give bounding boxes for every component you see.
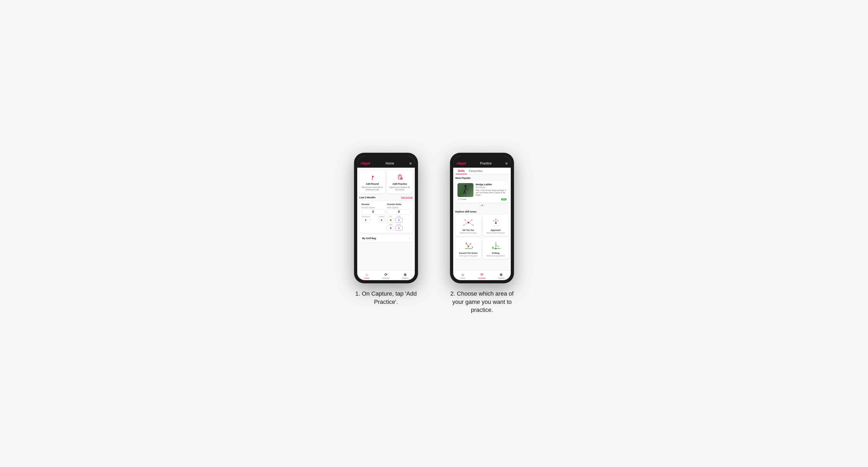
dot-1 xyxy=(479,205,480,206)
svg-line-11 xyxy=(464,191,465,194)
skill-putting[interactable]: Putting Make and lag practice xyxy=(483,238,509,259)
nav-capture-label-1: Capture xyxy=(402,277,409,279)
tabs-bar: Drills Favourites xyxy=(453,168,511,175)
dot-3 xyxy=(484,205,485,206)
star-icon[interactable]: ☆ xyxy=(505,183,507,186)
svg-line-34 xyxy=(468,244,470,247)
putt-value: 4 xyxy=(395,226,403,230)
clock-icon: 🕐 xyxy=(458,198,460,200)
bottom-nav-2: ⌂ Home ⟳ Activities ⊕ Capture xyxy=(453,271,511,280)
golf-bag-label: My Golf Bag xyxy=(362,237,376,240)
menu-icon-1[interactable]: ≡ xyxy=(409,161,412,165)
add-practice-title: Add Practice xyxy=(393,183,407,185)
svg-point-9 xyxy=(465,185,467,187)
header-title-1: Home xyxy=(385,161,394,165)
featured-section: Most Popular ☆ xyxy=(453,175,511,210)
featured-image xyxy=(458,183,473,197)
nav-activities-2[interactable]: ⟳ Activities xyxy=(472,272,492,279)
drills-sub-stats: OTT 0 APP 4 xyxy=(388,216,411,223)
putting-icon xyxy=(489,240,502,251)
off-the-tee-desc: Power and accuracy xyxy=(460,232,477,234)
featured-desc: Play 1 shot at each target yardage. If y… xyxy=(475,189,506,196)
putting-desc: Make and lag practice xyxy=(487,255,505,257)
dot-2 xyxy=(482,205,483,206)
svg-line-12 xyxy=(465,191,466,194)
arg-col: ARG 0 xyxy=(388,224,395,230)
app-header-2: clippd Practice ≡ xyxy=(453,160,511,168)
app-label: APP xyxy=(395,216,403,217)
drills-capture-value: 8 xyxy=(388,209,411,215)
logo-text-2: clippd xyxy=(456,161,466,165)
home-icon-1: ⌂ xyxy=(366,272,368,277)
featured-title: Wedge Ladder xyxy=(475,183,506,186)
add-practice-subtitle: Capture your practice off-the-course xyxy=(389,186,410,191)
main-container: clippd Home ≡ xyxy=(349,153,519,314)
capture-icon-1: ⊕ xyxy=(404,272,407,277)
nav-capture-1[interactable]: ⊕ Capture xyxy=(396,272,415,279)
section-title: Last 3 Months xyxy=(359,196,376,199)
action-cards: Add Round Record your shots fast or enha… xyxy=(359,170,413,193)
ott-label: OTT xyxy=(388,216,395,217)
approach-icon xyxy=(489,217,502,228)
activities-icon-2: ⟳ xyxy=(480,272,484,277)
nav-activities-label-1: Activities xyxy=(382,277,390,279)
putting-name: Putting xyxy=(492,252,500,254)
practice-drills-header: Practice Drills xyxy=(388,203,411,206)
tournament-value: 0 xyxy=(362,218,370,223)
around-the-green-icon xyxy=(462,240,475,251)
add-round-card[interactable]: Add Round Record your shots fast or enha… xyxy=(359,170,385,193)
svg-line-18 xyxy=(468,223,473,225)
skill-approach[interactable]: Approach Dial-in to hit the green xyxy=(483,215,509,236)
tournament-col: Tournament 0 xyxy=(362,216,370,223)
app-col: APP 4 xyxy=(395,216,403,223)
nav-home-2[interactable]: ⌂ Home xyxy=(453,272,472,279)
svg-point-3 xyxy=(399,174,400,176)
practice-col: Practice 0 xyxy=(378,216,385,223)
skill-grid: Off The Tee Power and accuracy xyxy=(455,215,509,259)
around-the-green-desc: Hone your short game xyxy=(459,255,477,257)
arg-label: ARG xyxy=(388,224,395,225)
card-dots xyxy=(455,205,509,206)
around-the-green-name: Around The Green xyxy=(459,252,477,254)
view-activity-link[interactable]: View Activity xyxy=(401,196,413,198)
stats-practice: Practice Drills Drills Capture 8 OTT 0 xyxy=(388,203,411,230)
practice-content: Most Popular ☆ xyxy=(453,175,511,271)
add-round-subtitle: Record your shots fast or enhanced mode xyxy=(362,186,383,191)
add-practice-card[interactable]: Add Practice Capture your practice off-t… xyxy=(387,170,413,193)
menu-icon-2[interactable]: ≡ xyxy=(505,161,507,165)
phone-2: clippd Practice ≡ Drills Favourites Most… xyxy=(450,153,514,283)
arg-value: 0 xyxy=(388,226,395,230)
rounds-sub-stats: Tournament 0 Practice 0 xyxy=(362,216,385,223)
nav-activities-1[interactable]: ⟳ Activities xyxy=(376,272,396,279)
rounds-capture-label: Rounds Capture xyxy=(362,207,385,209)
stats-rounds: Rounds Rounds Capture 0 Tournament 0 xyxy=(362,203,385,230)
add-round-title: Add Round xyxy=(366,183,379,185)
explore-section: Explore skill areas xyxy=(453,210,511,261)
featured-card[interactable]: ☆ xyxy=(455,181,509,203)
featured-card-inner: Wedge Ladder 50–100 yds Play 1 shot at e… xyxy=(458,183,506,197)
most-popular-label: Most Popular xyxy=(455,177,509,179)
nav-capture-2[interactable]: ⊕ Capture xyxy=(492,272,511,279)
tournament-label: Tournament xyxy=(362,216,370,217)
home-content: Add Round Record your shots fast or enha… xyxy=(357,168,415,271)
skill-around-the-green[interactable]: Around The Green Hone your short game xyxy=(455,238,481,259)
svg-point-1 xyxy=(372,179,373,180)
putt-label: PUTT xyxy=(395,224,403,225)
add-round-icon xyxy=(368,173,377,182)
golf-bag-row[interactable]: My Golf Bag › xyxy=(359,235,413,242)
tab-drills[interactable]: Drills xyxy=(456,168,467,174)
app-logo-2: clippd xyxy=(456,161,466,165)
chevron-right-icon: › xyxy=(409,237,410,240)
app-value: 4 xyxy=(395,218,403,223)
app-header-1: clippd Home ≡ xyxy=(357,160,415,168)
activities-icon-1: ⟳ xyxy=(384,272,388,277)
tab-favourites[interactable]: Favourites xyxy=(467,168,485,174)
featured-footer: 🕐 9 shots APP xyxy=(458,198,506,200)
status-bar-2 xyxy=(453,156,511,160)
bottom-nav-1: ⌂ Home ⟳ Activities ⊕ Capture xyxy=(357,271,415,280)
off-the-tee-icon xyxy=(462,217,475,228)
skill-off-the-tee[interactable]: Off The Tee Power and accuracy xyxy=(455,215,481,236)
nav-home-1[interactable]: ⌂ Home xyxy=(357,272,376,279)
rounds-header: Rounds xyxy=(362,203,385,206)
stats-row: Rounds Rounds Capture 0 Tournament 0 xyxy=(362,203,410,230)
